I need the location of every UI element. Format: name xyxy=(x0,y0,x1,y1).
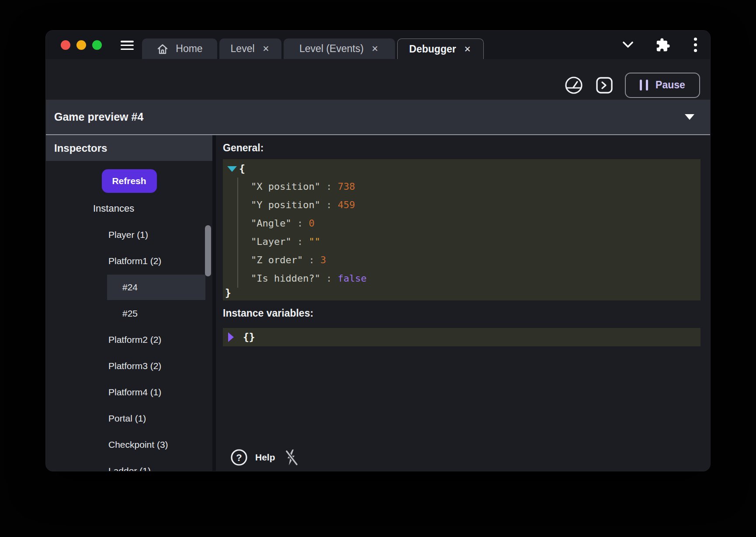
close-tab-icon[interactable]: ✕ xyxy=(463,44,472,54)
tab-label: Debugger xyxy=(409,43,456,55)
instance-item-platform2[interactable]: Platform2 (2) xyxy=(46,327,212,353)
kebab-menu-icon[interactable] xyxy=(680,37,710,52)
pause-button[interactable]: Pause xyxy=(625,73,700,98)
close-tab-icon[interactable]: ✕ xyxy=(371,44,379,54)
instance-item-platform1[interactable]: Platform1 (2) xyxy=(46,248,212,274)
inspector-panel: General: { X position738 Y position459 A… xyxy=(216,135,710,471)
collapse-triangle-icon[interactable] xyxy=(227,166,237,172)
property-row-layer: Layer"" xyxy=(251,233,701,251)
instance-item-platform4[interactable]: Platform4 (1) xyxy=(46,379,212,405)
instance-item-checkpoint[interactable]: Checkpoint (3) xyxy=(46,432,212,458)
close-brace: } xyxy=(225,287,231,299)
svg-text:?: ? xyxy=(236,452,242,463)
tab-label: Level (Events) xyxy=(299,43,364,55)
instance-item-portal[interactable]: Portal (1) xyxy=(46,405,212,432)
main-menu-button[interactable] xyxy=(121,41,134,50)
pause-icon xyxy=(640,80,648,91)
inspectors-header: Inspectors xyxy=(46,135,212,161)
instance-variables-json-view: {} xyxy=(223,328,701,346)
open-brace: { xyxy=(239,163,245,174)
general-section-label: General: xyxy=(223,142,701,154)
instance-item-platform3[interactable]: Platform3 (2) xyxy=(46,353,212,379)
game-preview-header[interactable]: Game preview #4 xyxy=(46,100,710,135)
property-list: X position738 Y position459 Angle0 Layer… xyxy=(237,178,701,288)
property-row-y-position: Y position459 xyxy=(251,196,701,214)
close-tab-icon[interactable]: ✕ xyxy=(262,44,270,54)
preview-title: Game preview #4 xyxy=(54,111,143,123)
instances-group-label[interactable]: Instances xyxy=(46,195,212,222)
tab-label: Home xyxy=(176,43,202,55)
debugger-content: Inspectors Refresh Instances Player (1) … xyxy=(46,135,710,471)
window-controls xyxy=(61,40,102,50)
profiler-icon[interactable] xyxy=(564,75,584,95)
home-icon xyxy=(156,43,169,55)
topbar-actions xyxy=(610,31,710,59)
instance-variables-label: Instance variables: xyxy=(223,307,701,319)
help-icon[interactable]: ? xyxy=(230,448,248,467)
help-row: ? Help xyxy=(230,448,301,467)
tab-label: Level xyxy=(231,43,255,55)
pause-button-label: Pause xyxy=(655,79,685,91)
desktop: { "window_controls": { "close": "red", "… xyxy=(0,0,756,537)
tab-level[interactable]: Level ✕ xyxy=(219,38,281,59)
panel-divider xyxy=(212,135,216,471)
debugger-toolbar: Pause xyxy=(46,59,710,100)
flash-off-icon[interactable] xyxy=(282,448,301,467)
chevron-down-icon[interactable] xyxy=(610,42,645,48)
property-row-is-hidden: Is hidden?false xyxy=(251,269,701,288)
general-json-view: { X position738 Y position459 Angle0 Lay… xyxy=(223,159,701,300)
instance-variables-value: {} xyxy=(223,328,701,346)
app-window: Home Level ✕ Level (Events) ✕ Debugger ✕ xyxy=(46,31,710,471)
sidebar-scrollbar-thumb[interactable] xyxy=(205,225,211,276)
instance-item-ladder[interactable]: Ladder (1) xyxy=(46,458,212,471)
instance-item-24-selected[interactable]: #24 xyxy=(46,274,212,300)
tab-bar: Home Level ✕ Level (Events) ✕ Debugger ✕ xyxy=(46,31,710,59)
property-row-z-order: Z order3 xyxy=(251,251,701,269)
extensions-puzzle-icon[interactable] xyxy=(645,38,680,52)
minimize-window-button[interactable] xyxy=(76,40,86,50)
instance-item-player[interactable]: Player (1) xyxy=(46,222,212,248)
console-icon[interactable] xyxy=(595,76,614,94)
property-row-angle: Angle0 xyxy=(251,214,701,233)
maximize-window-button[interactable] xyxy=(92,40,102,50)
tab-debugger[interactable]: Debugger ✕ xyxy=(397,38,484,59)
help-label: Help xyxy=(255,452,275,463)
close-window-button[interactable] xyxy=(61,40,70,50)
property-row-x-position: X position738 xyxy=(251,178,701,196)
instance-item-25[interactable]: #25 xyxy=(46,300,212,327)
tab-strip: Home Level ✕ Level (Events) ✕ Debugger ✕ xyxy=(142,38,484,59)
inspectors-sidebar: Inspectors Refresh Instances Player (1) … xyxy=(46,135,212,471)
tab-level-events[interactable]: Level (Events) ✕ xyxy=(284,38,395,59)
refresh-button[interactable]: Refresh xyxy=(102,169,157,193)
expand-triangle-icon[interactable] xyxy=(228,332,234,342)
tab-home[interactable]: Home xyxy=(142,38,217,59)
hamburger-icon xyxy=(121,41,134,42)
dropdown-caret-icon[interactable] xyxy=(685,114,694,120)
